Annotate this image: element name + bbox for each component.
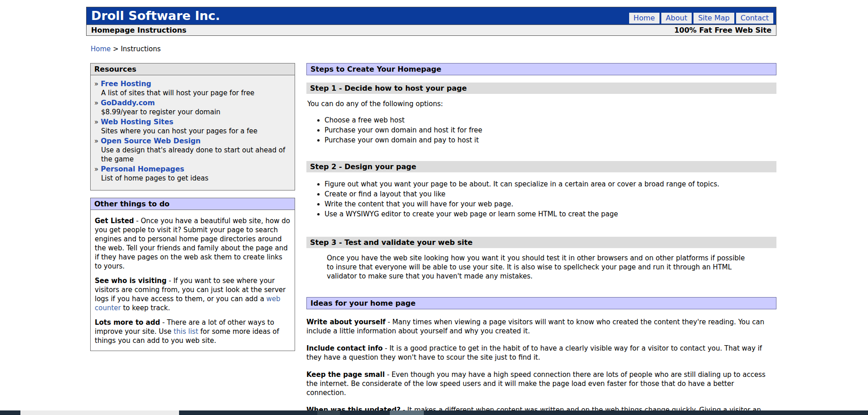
step3-header: Step 3 - Test and validate your web site [306,237,776,248]
resources-box: Resources » Free Hosting A list of sites… [90,63,295,190]
resource-link-open-source[interactable]: Open Source Web Design [101,137,200,146]
step1-bullet-list: Choose a free web host Purchase your own… [310,116,776,145]
idea-keep-page-small: Keep the page small - Even though you ma… [306,370,776,397]
resource-desc: Sites where you can host your pages for … [101,127,290,136]
nav-contact-button[interactable]: Contact [736,13,773,24]
other-things-box: Other things to do Get Listed - Once you… [90,198,295,351]
nav-about-button[interactable]: About [661,13,692,24]
resource-desc: List of home pages to get ideas [101,174,290,183]
resource-desc: A list of sites that will host your page… [101,88,290,98]
taskbar-segment [317,410,340,415]
paragraph-lead: Get Listed [95,217,134,225]
list-item: » Personal Homepages List of home pages … [94,165,290,183]
breadcrumb-home-link[interactable]: Home [91,45,111,53]
list-item: » Free Hosting A list of sites that will… [94,79,290,98]
step2-header: Step 2 - Design your page [306,161,776,172]
bullet-item: Write the content that you will have for… [325,200,776,209]
step2-bullet-list: Figure out what you want your page to be… [310,180,776,219]
top-nav: Home About Site Map Contact [629,13,773,24]
breadcrumb-current: Instructions [121,45,160,53]
idea-include-contact-info: Include contact info - It is a good prac… [306,344,776,362]
other-paragraph-lots-more: Lots more to add - There are a lot of ot… [95,318,291,345]
taskbar-sliver [0,410,868,415]
step1-intro: You can do any of the following options: [307,99,776,108]
other-paragraph-see-who: See who is visiting - If you want to see… [95,276,291,312]
breadcrumb: Home > Instructions [91,45,776,53]
steps-section-header: Steps to Create Your Homepage [306,63,776,75]
header-bar: Droll Software Inc. Home About Site Map … [87,7,776,24]
bullet-item: Figure out what you want your page to be… [325,180,776,189]
nav-sitemap-button[interactable]: Site Map [693,13,734,24]
tagline: 100% Fat Free Web Site [674,26,771,34]
bullet-item: Choose a free web host [325,116,776,125]
site-title: Droll Software Inc. [87,7,220,23]
resources-list: » Free Hosting A list of sites that will… [91,75,295,190]
subtitle-bar: Homepage Instructions 100% Fat Free Web … [87,24,776,35]
paragraph-text: to keep track. [121,304,170,312]
chevron-bullet-icon: » [94,117,98,127]
sidebar: Resources » Free Hosting A list of sites… [90,63,295,351]
bullet-item: Purchase your own domain and host it for… [325,126,776,135]
chevron-bullet-icon: » [94,165,98,174]
step1-header: Step 1 - Decide how to host your page [306,83,776,94]
resources-title: Resources [91,63,295,75]
taskbar-segment [390,410,424,415]
resource-link-godaddy[interactable]: GoDaddy.com [101,98,155,107]
paragraph-lead: Include contact info [306,344,383,352]
paragraph-lead: Lots more to add [95,318,160,327]
bullet-item: Purchase your own domain and pay to host… [325,136,776,145]
content-columns: Resources » Free Hosting A list of sites… [86,63,776,415]
chevron-bullet-icon: » [94,137,98,146]
masthead: Droll Software Inc. Home About Site Map … [86,7,776,36]
breadcrumb-separator: > [113,45,119,53]
ideas-section-header: Ideas for your home page [306,297,776,309]
page-title: Homepage Instructions [91,26,186,34]
list-item: » Web Hosting Sites Sites where you can … [94,117,290,136]
resource-link-personal-homepages[interactable]: Personal Homepages [101,165,184,174]
resource-link-web-hosting[interactable]: Web Hosting Sites [101,117,173,127]
page-container: Droll Software Inc. Home About Site Map … [86,7,776,415]
step3-text: Once you have the web site looking how y… [327,254,749,281]
paragraph-lead: See who is visiting [95,277,166,285]
other-paragraph-get-listed: Get Listed - Once you have a beautiful w… [95,216,291,271]
paragraph-lead: Write about yourself [306,318,386,326]
taskbar-segment [20,410,179,415]
list-item: » Open Source Web Design Use a design th… [94,137,290,164]
chevron-bullet-icon: » [94,79,98,88]
list-item: » GoDaddy.com $8.99/year to register you… [94,98,290,117]
bullet-item: Use a WYSIWYG editor to create your web … [325,210,776,219]
nav-home-button[interactable]: Home [629,13,659,24]
resource-link-free-hosting[interactable]: Free Hosting [101,79,151,88]
bullet-item: Create or find a layout that you like [325,190,776,199]
main-content: Steps to Create Your Homepage Step 1 - D… [306,63,776,415]
other-things-body: Get Listed - Once you have a beautiful w… [91,210,295,351]
this-list-link[interactable]: this list [174,327,198,336]
other-things-title: Other things to do [91,198,295,210]
resource-desc: $8.99/year to register your domain [101,107,290,117]
paragraph-lead: Keep the page small [306,371,385,379]
idea-write-about-yourself: Write about yourself - Many times when v… [306,317,776,336]
chevron-bullet-icon: » [94,98,98,107]
resource-desc: Use a design that's already done to star… [101,146,290,164]
